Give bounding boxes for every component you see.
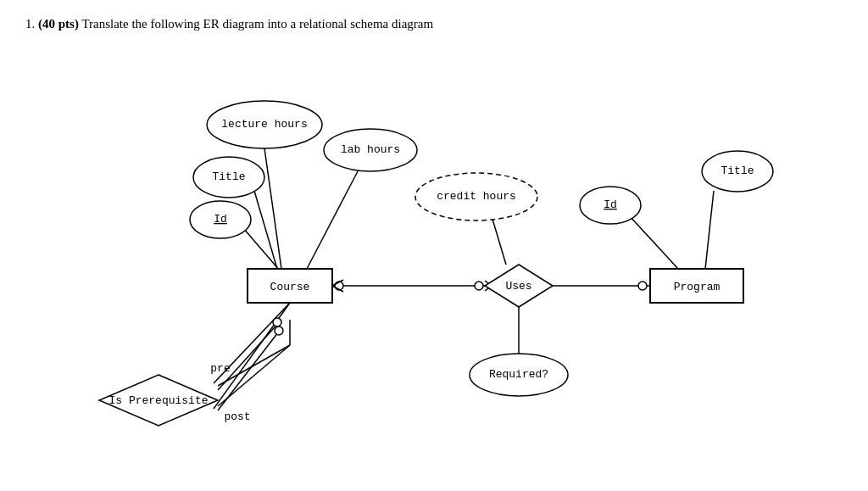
- id-course-text: Id: [214, 213, 227, 226]
- credit-hours-label: credit hours: [437, 190, 516, 203]
- post-label: post: [224, 410, 250, 423]
- question-points: (40 pts): [38, 17, 79, 31]
- program-label: Program: [674, 281, 721, 293]
- is-prerequisite-label: Is Prerequisite: [108, 394, 208, 407]
- page: 1. (40 pts) Translate the following ER d…: [0, 0, 868, 491]
- uses-label: Uses: [505, 280, 531, 293]
- diagram-container: lecture hours lab hours credit hours Tit…: [27, 40, 841, 472]
- id-course-label: Id: [214, 213, 227, 226]
- title-course-label: Title: [212, 170, 245, 183]
- line-title-course: [254, 191, 277, 269]
- crow-circle-program: [638, 282, 647, 290]
- question-number: 1.: [25, 17, 35, 31]
- line-title-program: [705, 191, 714, 269]
- pre-label: pre: [210, 362, 230, 375]
- lab-hours-label: lab hours: [341, 143, 400, 156]
- line-lab-hours-course: [307, 171, 358, 269]
- id-program-label: Id: [604, 198, 617, 211]
- line-id-program: [629, 215, 678, 269]
- crow-circle-uses: [475, 282, 483, 290]
- required-label: Required?: [489, 368, 548, 381]
- question-text: 1. (40 pts) Translate the following ER d…: [25, 17, 843, 31]
- er-diagram-svg: lecture hours lab hours credit hours Tit…: [27, 40, 841, 472]
- prereq-crow-circle2: [275, 326, 283, 335]
- prereq-crow-circle: [273, 318, 281, 326]
- line-lecture-hours-course: [264, 148, 281, 269]
- line-id-course: [243, 228, 280, 271]
- title-program-label: Title: [721, 165, 754, 177]
- course-label: Course: [270, 281, 310, 293]
- id-program-text: Id: [604, 198, 617, 211]
- lecture-hours-label: lecture hours: [221, 118, 307, 131]
- question-description: Translate the following ER diagram into …: [81, 17, 433, 31]
